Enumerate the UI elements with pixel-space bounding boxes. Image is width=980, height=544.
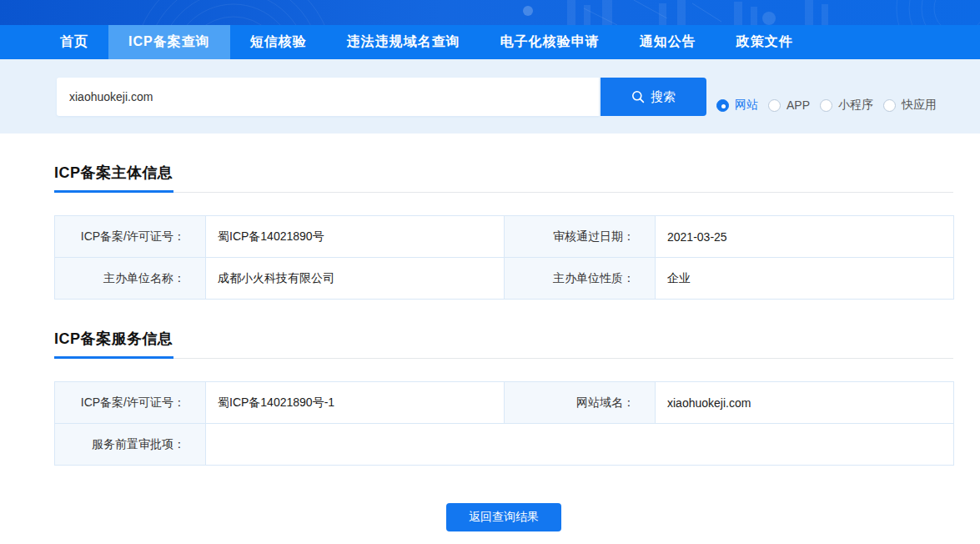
banner-decoration [0,0,980,25]
field-value-pre-approval [206,424,954,466]
radio-website-label: 网站 [735,98,758,113]
service-section-head: ICP备案服务信息 [54,329,953,359]
search-type-group: 网站 APP 小程序 快应用 [716,78,937,113]
back-to-results-button[interactable]: 返回查询结果 [446,503,561,531]
radio-website[interactable]: 网站 [716,98,758,113]
radio-app-label: APP [787,98,810,112]
nav-tab-icp-query[interactable]: ICP备案查询 [108,25,230,59]
table-row: 服务前置审批项： [55,424,954,466]
field-label-pre-approval: 服务前置审批项： [55,424,206,466]
subject-section-title: ICP备案主体信息 [54,163,173,193]
radio-app[interactable]: APP [768,98,810,112]
table-row: ICP备案/许可证号： 蜀ICP备14021890号 审核通过日期： 2021-… [55,216,954,258]
radio-selected-icon [716,99,729,112]
button-row: 返回查询结果 [54,503,953,531]
field-label-organizer-nature: 主办单位性质： [505,258,656,300]
field-label-icp-number: ICP备案/许可证号： [55,216,206,258]
radio-unselected-icon [768,99,781,112]
radio-unselected-icon [883,99,896,112]
result-content: ICP备案主体信息 ICP备案/许可证号： 蜀ICP备14021890号 审核通… [54,163,953,531]
radio-quickapp-label: 快应用 [902,98,937,113]
field-label-service-icp-number: ICP备案/许可证号： [55,382,206,424]
search-icon [631,90,645,103]
table-row: ICP备案/许可证号： 蜀ICP备14021890号-1 网站域名： xiaoh… [55,382,954,424]
radio-unselected-icon [820,99,832,112]
field-label-approve-date: 审核通过日期： [505,216,656,258]
subject-section-head: ICP备案主体信息 [54,163,953,193]
field-value-organizer-nature: 企业 [656,258,954,300]
top-banner [0,0,980,25]
field-label-site-domain: 网站域名： [505,382,656,424]
field-value-site-domain: xiaohuokeji.com [656,382,954,424]
search-input[interactable] [57,78,599,116]
field-label-organizer-name: 主办单位名称： [55,258,206,300]
radio-miniprogram-label: 小程序 [838,98,873,113]
nav-tab-policy-docs[interactable]: 政策文件 [716,25,813,59]
search-button-label: 搜索 [651,89,676,105]
field-value-icp-number: 蜀ICP备14021890号 [206,216,505,258]
search-button[interactable]: 搜索 [601,78,706,116]
subject-info-table: ICP备案/许可证号： 蜀ICP备14021890号 审核通过日期： 2021-… [54,215,954,300]
field-value-service-icp-number: 蜀ICP备14021890号-1 [206,382,505,424]
nav-tab-home[interactable]: 首页 [40,25,108,59]
service-section-title: ICP备案服务信息 [54,329,173,359]
field-value-organizer-name: 成都小火科技有限公司 [206,258,505,300]
nav-tab-sms-verify[interactable]: 短信核验 [230,25,327,59]
nav-tab-electronic-verify-apply[interactable]: 电子化核验申请 [480,25,620,59]
radio-miniprogram[interactable]: 小程序 [820,98,873,113]
radio-quickapp[interactable]: 快应用 [883,98,937,113]
field-value-approve-date: 2021-03-25 [656,216,954,258]
main-nav: 首页 ICP备案查询 短信核验 违法违规域名查询 电子化核验申请 通知公告 政策… [0,25,980,59]
search-section: 搜索 网站 APP 小程序 快应用 [0,59,980,133]
service-info-table: ICP备案/许可证号： 蜀ICP备14021890号-1 网站域名： xiaoh… [54,381,954,466]
nav-tab-illegal-domain-query[interactable]: 违法违规域名查询 [327,25,480,59]
table-row: 主办单位名称： 成都小火科技有限公司 主办单位性质： 企业 [55,258,954,300]
nav-tab-notices[interactable]: 通知公告 [620,25,716,59]
